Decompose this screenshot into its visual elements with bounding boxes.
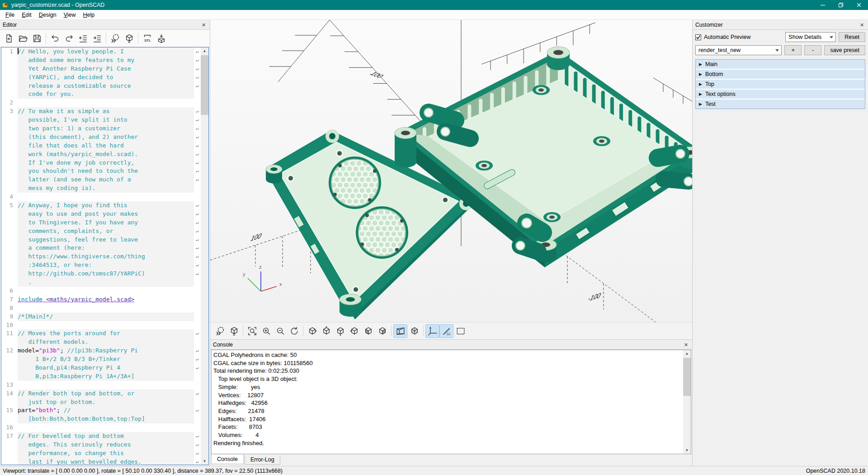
export-stl-button[interactable]: STL [140, 32, 154, 45]
scroll-up-icon[interactable]: ▲ [683, 350, 691, 357]
tab-error-log[interactable]: Error-Log [245, 455, 280, 465]
view-all-button[interactable] [453, 324, 467, 338]
check-icon [696, 35, 701, 40]
scrollbar-thumb[interactable] [683, 358, 691, 396]
customizer-close-icon[interactable]: × [859, 22, 865, 28]
line-number [1, 372, 18, 381]
menu-design[interactable]: Design [35, 11, 60, 19]
zoom-all-button[interactable] [245, 324, 259, 338]
x-axis-label: x [279, 281, 282, 287]
view-front-button[interactable] [361, 324, 375, 338]
console-output[interactable]: CGAL Polyhedrons in cache: 50CGAL cache … [211, 350, 691, 454]
code-area[interactable]: 1// Hello, you lovely people. I↵ added s… [1, 48, 201, 465]
undo-button[interactable] [48, 32, 62, 45]
view-back-button[interactable] [375, 324, 389, 338]
unindent-button[interactable] [76, 32, 90, 45]
scroll-down-icon[interactable]: ▼ [683, 447, 691, 454]
customizer-section-top[interactable]: ▶Top [696, 80, 865, 89]
wrap-arrow-icon: ↵ [194, 261, 201, 270]
reset-button[interactable]: Reset [839, 32, 865, 42]
3d-viewport[interactable]: 100 100 -100 [210, 20, 692, 322]
code-text: release a customizable source [18, 82, 194, 90]
view-top-button[interactable] [319, 324, 333, 338]
menu-edit[interactable]: Edit [18, 11, 35, 19]
customizer-section-main[interactable]: ▶Main [696, 60, 865, 69]
line-number: 17 [1, 432, 18, 441]
minimize-button[interactable] [814, 0, 832, 10]
code-text: comments, complaints, or [18, 227, 194, 236]
scrollbar-thumb[interactable] [201, 55, 208, 115]
console-close-icon[interactable]: × [683, 342, 689, 348]
expander-triangle-icon: ▶ [699, 92, 702, 96]
preview-button[interactable] [108, 32, 122, 45]
view-all-icon [456, 326, 466, 336]
details-dropdown[interactable]: Show Details [785, 32, 836, 42]
show-scale-markers-button[interactable]: 10 [439, 324, 453, 338]
view-right-button[interactable] [305, 324, 319, 338]
customizer-section-bottom[interactable]: ▶Bottom [696, 70, 865, 79]
indent-button[interactable] [90, 32, 104, 45]
render-button[interactable] [227, 324, 241, 338]
customizer-section-text-options[interactable]: ▶Text options [696, 90, 865, 99]
menu-help[interactable]: Help [80, 11, 99, 19]
code-text: code for you. [18, 90, 194, 99]
menu-file[interactable]: File [2, 11, 18, 19]
new-file-button[interactable] [2, 32, 16, 45]
perspective-icon [396, 326, 406, 336]
code-text: different models. [18, 338, 194, 347]
code-editor[interactable]: 1// Hello, you lovely people. I↵ added s… [1, 47, 209, 465]
save-preset-button[interactable]: save preset [824, 45, 865, 55]
code-line: [both:Both,bottom:Bottom,top:Top] [1, 415, 201, 423]
code-text: // For bevelled top and bottom [18, 432, 194, 441]
perspective-button[interactable] [393, 324, 407, 338]
redo-button[interactable] [62, 32, 76, 45]
close-button[interactable] [850, 0, 868, 10]
zoom-in-button[interactable] [259, 324, 273, 338]
menu-view[interactable]: View [60, 11, 80, 19]
toolbar-separator [106, 33, 106, 44]
preset-dropdown[interactable]: render_test_new [695, 45, 782, 55]
view-bottom-button[interactable] [333, 324, 347, 338]
code-line: you shouldn't need to touch the↵ [1, 167, 201, 176]
code-text: http://github.com/tomsc87/YARPiC) [18, 270, 194, 278]
code-text [18, 321, 194, 330]
save-file-button[interactable] [30, 32, 44, 45]
wrap-arrow-empty [194, 381, 201, 390]
wrap-arrow-empty [194, 287, 201, 295]
automatic-preview-label: Automatic Preview [704, 34, 783, 40]
remove-preset-button[interactable]: - [804, 45, 821, 55]
wrap-arrow-icon: ↵ [194, 116, 201, 124]
console-line: CGAL Polyhedrons in cache: 50 [213, 351, 682, 359]
render-button[interactable] [122, 32, 136, 45]
zoom-out-button[interactable] [273, 324, 287, 338]
orthogonal-button[interactable] [407, 324, 421, 338]
line-number [1, 261, 18, 270]
wrap-arrow-icon: ↵ [194, 449, 201, 458]
preview-button[interactable] [213, 324, 227, 338]
code-line: If I've done my job correctly,↵ [1, 159, 201, 167]
wrap-arrow-icon: ↵ [194, 432, 201, 441]
automatic-preview-checkbox[interactable] [695, 34, 701, 40]
console-scrollbar[interactable]: ▲ ▼ [683, 350, 691, 454]
code-line: Board,pi4:Raspberry Pi 4↵ [1, 364, 201, 372]
restore-button[interactable] [832, 0, 850, 10]
reset-view-button[interactable] [287, 324, 301, 338]
view-left-button[interactable] [347, 324, 361, 338]
customizer-section-test[interactable]: ▶Test [696, 100, 865, 109]
code-line: 2 [1, 99, 201, 107]
wrap-arrow-empty [194, 295, 201, 304]
show-axes-button[interactable] [425, 324, 439, 338]
open-file-button[interactable] [16, 32, 30, 45]
editor-scrollbar[interactable]: ▲ ▼ [201, 48, 208, 465]
preview-icon [110, 33, 120, 43]
line-number [1, 159, 18, 167]
code-text: (YARPiC), and decided to [18, 73, 194, 82]
tab-console[interactable]: Console [211, 455, 244, 464]
editor-close-icon[interactable]: × [200, 22, 207, 28]
scroll-down-icon[interactable]: ▼ [201, 458, 208, 465]
add-preset-button[interactable]: + [784, 45, 802, 55]
code-line: 13 [1, 381, 201, 390]
print-3d-button[interactable] [154, 32, 168, 45]
line-number [1, 236, 18, 244]
scroll-up-icon[interactable]: ▲ [201, 48, 208, 54]
